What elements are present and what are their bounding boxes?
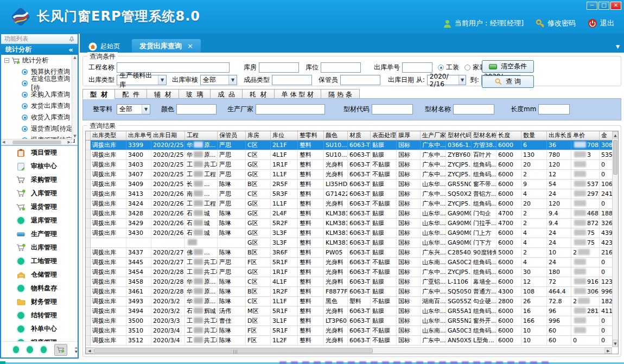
tab-active[interactable]: 发货出库查询 × <box>132 39 201 53</box>
column-header-no[interactable]: 出库单号 <box>126 131 151 140</box>
column-header-len[interactable]: 长度 <box>496 131 521 140</box>
sidebar-item-结转管理[interactable]: 结转管理 <box>1 309 78 322</box>
column-header-mfr[interactable]: 生产厂家 <box>421 131 446 140</box>
radio-jiazhuang[interactable] <box>464 65 470 71</box>
table-row[interactable]: 调拨出库34942020/3/2石辉城汤伟M区5R1F整料光身料6063-T5贴… <box>86 306 618 316</box>
overflow-chevron-icon[interactable]: »▾ <box>75 346 78 354</box>
column-header-qty[interactable]: 数量 <box>521 131 547 140</box>
table-row[interactable]: 调拨出库34542020/2/28工共工程严思G区1R1F整料光身料6063-T… <box>86 267 618 277</box>
table-row[interactable]: 调拨出库34282020/2/26石城陈琳G区2L4F整料KLM38176063… <box>86 209 618 219</box>
change-password-group[interactable]: 修改密码 <box>536 18 576 28</box>
table-row[interactable]: 调拨出库34932020/3/2华原...陈琳C区1L1F整料黑色塑料不贴膜国标… <box>86 297 618 306</box>
order-no-input[interactable] <box>402 62 432 73</box>
tree-vertical-scrollbar[interactable]: ▲▼ <box>72 55 78 139</box>
tab-close-icon[interactable]: × <box>187 42 193 50</box>
column-header-outlen[interactable]: 出库长度 <box>547 131 571 140</box>
table-row[interactable]: 调拨出库33992020/2/25华原...严思C区2L1F整料SU10...6… <box>86 141 618 150</box>
column-header-price[interactable]: 单价 <box>571 131 600 140</box>
table-row[interactable]: 调拨出库34032020/2/25工共工程严思G区1R1F整料光身料6063-T… <box>86 160 618 170</box>
search-button[interactable]: 查 询 <box>482 75 534 88</box>
column-header-date[interactable]: 出库日期 <box>151 131 185 140</box>
table-row[interactable]: 调拨出库34582020/2/28华原...陈琳C区4L1F整料光身料6063-… <box>86 277 618 287</box>
hscroll-thumb[interactable] <box>94 348 373 353</box>
location-input[interactable] <box>321 62 361 73</box>
column-header-surf[interactable]: 表面处理 <box>371 131 397 140</box>
table-row[interactable]: 调拨出库34612020/2/28华原...陈琳B区1R2F整料F8877FT6… <box>86 287 618 297</box>
scroll-left-icon[interactable]: ◀ <box>86 348 93 354</box>
scroll-up-icon[interactable]: ▲ <box>73 55 76 60</box>
scroll-left-icon[interactable]: ◀ <box>2 140 5 144</box>
column-header-code[interactable]: 型材代码 <box>446 131 472 140</box>
table-row[interactable]: G区3L3F整料KLM38176063-T5贴膜国标山东华...GA90M09.… <box>86 238 618 248</box>
minimize-button[interactable]: ─ <box>587 2 597 10</box>
pin-icon[interactable] <box>69 36 74 42</box>
column-header-name[interactable]: 型材名称 <box>472 131 496 140</box>
radio-gongzhuang[interactable] <box>438 65 444 71</box>
product-type-input[interactable] <box>272 75 312 85</box>
clear-conditions-button[interactable]: 清空条件 <box>482 60 534 73</box>
table-row[interactable]: 调拨出库34072020/2/25工工程严思G区1L1F整料光身料6063-T5… <box>86 170 618 180</box>
column-header-keeper[interactable]: 保管员 <box>218 131 246 140</box>
stat-group-header[interactable]: 统计分析 « <box>1 44 78 55</box>
tree-item[interactable]: 采购入库查询 <box>1 89 78 100</box>
tree-item[interactable]: 收货入库查询 <box>1 112 78 123</box>
tree-item[interactable]: 退货查询[待定] <box>1 123 78 135</box>
sidebar-item-仓储管理[interactable]: 仓储管理 <box>1 268 78 282</box>
tree-item[interactable]: 发货出库查询 <box>1 100 78 112</box>
tab-home[interactable]: 起始页 <box>83 40 125 53</box>
column-header-whole[interactable]: 整零料 <box>298 131 324 140</box>
length-input[interactable] <box>538 104 570 114</box>
green-dot-icon[interactable] <box>27 346 33 353</box>
grid-vertical-scrollbar[interactable]: ▲ ▼ <box>612 131 618 347</box>
logout-group[interactable]: 退出 <box>588 18 614 28</box>
green-dot-icon[interactable] <box>41 346 47 353</box>
tree-item[interactable]: 在途信息查询[待 <box>1 78 78 89</box>
sidebar-item-报废管理[interactable]: 报废管理 <box>1 336 78 341</box>
date-from-picker[interactable]: 2020/ 2/16▼ <box>427 75 466 85</box>
keeper-input[interactable] <box>340 75 380 85</box>
sidebar-item-退货管理[interactable]: 退货管理 <box>1 200 78 214</box>
table-row[interactable]: 调拨出库34132020/2/26南...严思C区5R3F整料G71422606… <box>86 189 618 199</box>
outbound-audit-select[interactable]: 全部▼ <box>200 75 237 85</box>
scroll-right-icon[interactable]: ▶ <box>604 348 612 354</box>
profile-name-input[interactable] <box>453 104 494 114</box>
sidebar-item-生产管理[interactable]: 生产管理 <box>1 227 78 241</box>
profile-code-input[interactable] <box>372 104 413 114</box>
tree-root[interactable]: − 统计分析 <box>1 55 78 66</box>
tree-horizontal-scrollbar[interactable]: ◀▶ <box>1 139 72 145</box>
sidebar-item-审核中心[interactable]: 审核中心 <box>1 159 78 173</box>
sidebar-item-财务管理[interactable]: 财务管理 <box>1 295 78 309</box>
table-row[interactable]: 调拨出库34452020/2/27工共工程严思F区5R1F整料光身料6063-T… <box>86 258 618 267</box>
sidebar-item-物料盘存[interactable]: 物料盘存 <box>1 282 78 295</box>
material-tab-1[interactable]: 型 材 <box>82 89 115 99</box>
sidebar-item-入库管理[interactable]: 入库管理 <box>1 187 78 200</box>
whole-part-select[interactable]: 全部▼ <box>117 104 150 114</box>
table-row[interactable]: 调拨出库34292020/2/26石城陈琳G区5R2F整料KLM38176063… <box>86 219 618 228</box>
tab-list-chevron-icon[interactable]: ▼ <box>616 44 620 49</box>
column-header-mat[interactable]: 材质 <box>348 131 371 140</box>
green-dot-icon[interactable] <box>13 346 19 353</box>
column-header-wh[interactable]: 库房 <box>246 131 271 140</box>
vscroll-thumb[interactable] <box>613 140 617 175</box>
outbound-type-select[interactable]: 生产领料出库▼ <box>117 75 167 85</box>
cart-quick-button[interactable] <box>54 344 67 356</box>
collapse-icon[interactable]: « <box>69 46 73 54</box>
column-header-color[interactable]: 颜色 <box>324 131 348 140</box>
table-row[interactable]: 调拨出库34372020/2/27佛...陈琳B区3R6F整料PW056063-… <box>86 248 618 258</box>
scroll-down-icon[interactable]: ▼ <box>73 134 76 138</box>
warehouse-input[interactable] <box>259 62 299 73</box>
scroll-down-icon[interactable]: ▼ <box>613 340 618 347</box>
column-header-loc[interactable]: 库位 <box>271 131 298 140</box>
table-row[interactable]: 调拨出库35002020/3/3工共工程曹佳D区3L1F整料LT3P606063… <box>86 316 618 326</box>
sidebar-item-退库管理[interactable]: 退库管理 <box>1 214 78 227</box>
tree-hscroll-thumb[interactable] <box>12 141 61 144</box>
table-row[interactable]: 调拨出库34002020/2/25华原...严思C区4L1F整料SU10...6… <box>86 150 618 160</box>
table-row[interactable]: 调拨出库34302020/2/26石城陈琳G区3L3F整料KLM38176063… <box>86 228 618 238</box>
color-input[interactable] <box>176 104 217 114</box>
table-row[interactable]: 调拨出库34242020/2/26工工程严思G区1L1F整料光身料6063-T5… <box>86 199 618 209</box>
sidebar-item-出库管理[interactable]: 出库管理 <box>1 241 78 254</box>
table-row[interactable]: 调拨出库35102020/3/4工共工程陈琳F区5R1F整料光身料6063-T5… <box>86 326 618 336</box>
sidebar-item-项目管理[interactable]: 项目管理 <box>1 146 78 159</box>
maximize-button[interactable]: □ <box>598 2 609 10</box>
sidebar-item-工地管理[interactable]: 工地管理 <box>1 254 78 268</box>
